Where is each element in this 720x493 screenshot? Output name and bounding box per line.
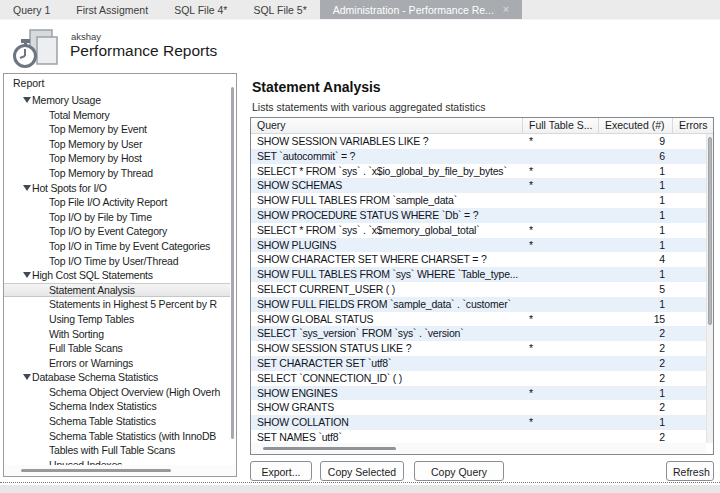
sidebar-item-unused-indexes[interactable]: Unused Indexes [4, 458, 230, 465]
sidebar-item-top-i-o-by-event-category[interactable]: Top I/O by Event Category [4, 224, 230, 239]
executed-cell: 5 [599, 282, 673, 297]
executed-cell: 6 [599, 149, 673, 164]
statement-table-body: SHOW SESSION VARIABLES LIKE ?*9SET `auto… [251, 134, 706, 443]
table-vertical-scrollbar-thumb[interactable] [708, 137, 712, 325]
sidebar-item-top-i-o-by-file-by-time[interactable]: Top I/O by File by Time [4, 210, 230, 225]
executed-cell: 1 [599, 415, 673, 430]
sidebar-item-schema-index-statistics[interactable]: Schema Index Statistics [4, 399, 230, 414]
sidebar-item-top-memory-by-user[interactable]: Top Memory by User [4, 137, 230, 152]
table-row[interactable]: SELECT * FROM `sys` . `x$io_global_by_fi… [251, 164, 706, 179]
statement-table: Query Full Table S... Executed (#) Error… [250, 117, 714, 455]
errors-cell [673, 252, 706, 267]
tab-query-1[interactable]: Query 1 [0, 0, 63, 19]
sidebar-item-top-i-o-in-time-by-event-categories[interactable]: Top I/O in Time by Event Categories [4, 239, 230, 254]
executed-cell: 1 [599, 164, 673, 179]
table-row[interactable]: SHOW GLOBAL STATUS*15 [251, 312, 706, 327]
full-table-scan-cell: * [523, 238, 599, 253]
table-row[interactable]: SELECT * FROM `sys` . `x$memory_global_t… [251, 223, 706, 238]
table-horizontal-scrollbar-thumb[interactable] [263, 447, 396, 450]
sidebar-item-statements-in-highest-5-percent-by-r[interactable]: Statements in Highest 5 Percent by R [4, 297, 230, 312]
tab-close-icon[interactable]: × [503, 4, 509, 15]
executed-cell: 1 [599, 178, 673, 193]
table-row[interactable]: SHOW FULL TABLES FROM `sample_data`1 [251, 193, 706, 208]
query-cell: SELECT * FROM `sys` . `x$io_global_by_fi… [251, 164, 523, 179]
sidebar-item-with-sorting[interactable]: With Sorting [4, 327, 230, 342]
query-cell: SET `autocommit` = ? [251, 149, 523, 164]
copy-query-button[interactable]: Copy Query [414, 461, 504, 481]
collapse-triangle-icon[interactable] [23, 374, 31, 380]
table-row[interactable]: SELECT CURRENT_USER ( )5 [251, 282, 706, 297]
tree-section-hot-spots-for-i-o[interactable]: Hot Spots for I/O [4, 181, 230, 196]
errors-cell [673, 356, 706, 371]
sidebar-item-top-i-o-time-by-user-thread[interactable]: Top I/O Time by User/Thread [4, 254, 230, 269]
column-header-query[interactable]: Query [251, 118, 523, 133]
tab-administration-performance-re[interactable]: Administration - Performance Re...× [320, 0, 523, 19]
table-row[interactable]: SHOW CHARACTER SET WHERE CHARSET = ?4 [251, 252, 706, 267]
sidebar-item-using-temp-tables[interactable]: Using Temp Tables [4, 312, 230, 327]
table-row[interactable]: SHOW SESSION VARIABLES LIKE ?*9 [251, 134, 706, 149]
refresh-button[interactable]: Refresh [666, 461, 714, 481]
full-table-scan-cell: * [523, 341, 599, 356]
sidebar-item-statement-analysis[interactable]: Statement Analysis [4, 283, 230, 298]
sidebar-item-full-table-scans[interactable]: Full Table Scans [4, 341, 230, 356]
table-row[interactable]: SHOW SESSION STATUS LIKE ?*2 [251, 341, 706, 356]
table-row[interactable]: SHOW PROCEDURE STATUS WHERE `Db` = ?1 [251, 208, 706, 223]
collapse-triangle-icon[interactable] [23, 97, 31, 103]
sidebar-item-schema-object-overview-high-overh[interactable]: Schema Object Overview (High Overh [4, 385, 230, 400]
sidebar-item-schema-table-statistics-with-innodb[interactable]: Schema Table Statistics (with InnoDB [4, 429, 230, 444]
tree-section-high-cost-sql-statements[interactable]: High Cost SQL Statements [4, 268, 230, 283]
sidebar-item-top-memory-by-thread[interactable]: Top Memory by Thread [4, 166, 230, 181]
sidebar-horizontal-scrollbar-thumb[interactable] [21, 469, 171, 472]
tab-first-assigment[interactable]: First Assigment [63, 0, 161, 19]
tree-section-database-schema-statistics[interactable]: Database Schema Statistics [4, 370, 230, 385]
column-header-executed[interactable]: Executed (#) [599, 118, 673, 133]
sidebar-item-top-file-i-o-activity-report[interactable]: Top File I/O Activity Report [4, 195, 230, 210]
table-row[interactable]: SHOW COLLATION*1 [251, 415, 706, 430]
tab-label: Administration - Performance Re... [333, 4, 494, 16]
full-table-scan-cell [523, 297, 599, 312]
errors-cell [673, 371, 706, 386]
sidebar-item-tables-with-full-table-scans[interactable]: Tables with Full Table Scans [4, 443, 230, 458]
table-row[interactable]: SHOW SCHEMAS*1 [251, 178, 706, 193]
sidebar-item-top-memory-by-event[interactable]: Top Memory by Event [4, 122, 230, 137]
full-table-scan-cell: * [523, 415, 599, 430]
table-row[interactable]: SHOW ENGINES*1 [251, 386, 706, 401]
table-row[interactable]: SHOW FULL FIELDS FROM `sample_data` . `c… [251, 297, 706, 312]
table-row[interactable]: SET `autocommit` = ?6 [251, 149, 706, 164]
column-header-full-table-scan[interactable]: Full Table S... [523, 118, 599, 133]
export-button[interactable]: Export... [250, 461, 312, 481]
table-row[interactable]: SET NAMES `utf8`2 [251, 430, 706, 443]
page-title: Performance Reports [70, 42, 217, 60]
collapse-triangle-icon[interactable] [23, 185, 31, 191]
sidebar-item-top-memory-by-host[interactable]: Top Memory by Host [4, 151, 230, 166]
sidebar-vertical-scrollbar-thumb[interactable] [231, 87, 234, 439]
tab-sql-file-5[interactable]: SQL File 5* [240, 0, 319, 19]
full-table-scan-cell [523, 149, 599, 164]
bottom-panel-strip [0, 485, 720, 493]
full-table-scan-cell [523, 252, 599, 267]
tab-label: First Assigment [76, 4, 148, 16]
sidebar-item-total-memory[interactable]: Total Memory [4, 108, 230, 123]
table-row[interactable]: SET CHARACTER SET `utf8`2 [251, 356, 706, 371]
sidebar-horizontal-scrollbar[interactable] [4, 465, 236, 476]
tab-sql-file-4[interactable]: SQL File 4* [161, 0, 240, 19]
table-row[interactable]: SHOW PLUGINS*1 [251, 238, 706, 253]
executed-cell: 1 [599, 223, 673, 238]
copy-selected-button[interactable]: Copy Selected [320, 461, 404, 481]
sidebar-item-schema-table-statistics[interactable]: Schema Table Statistics [4, 414, 230, 429]
column-header-errors[interactable]: Errors [673, 118, 713, 133]
table-row[interactable]: SHOW GRANTS2 [251, 400, 706, 415]
query-cell: SHOW PLUGINS [251, 238, 523, 253]
table-row[interactable]: SELECT `CONNECTION_ID` ( )2 [251, 371, 706, 386]
table-vertical-scrollbar[interactable] [706, 134, 713, 443]
table-row[interactable]: SHOW FULL TABLES FROM `sys` WHERE `Table… [251, 267, 706, 282]
full-table-scan-cell [523, 356, 599, 371]
sidebar-item-errors-or-warnings[interactable]: Errors or Warnings [4, 356, 230, 371]
query-cell: SHOW COLLATION [251, 415, 523, 430]
executed-cell: 2 [599, 326, 673, 341]
tree-section-memory-usage[interactable]: Memory Usage [4, 93, 230, 108]
table-horizontal-scrollbar[interactable] [251, 443, 706, 454]
table-row[interactable]: SELECT `sys_version` FROM `sys` . `versi… [251, 326, 706, 341]
collapse-triangle-icon[interactable] [23, 272, 31, 278]
errors-cell [673, 223, 706, 238]
